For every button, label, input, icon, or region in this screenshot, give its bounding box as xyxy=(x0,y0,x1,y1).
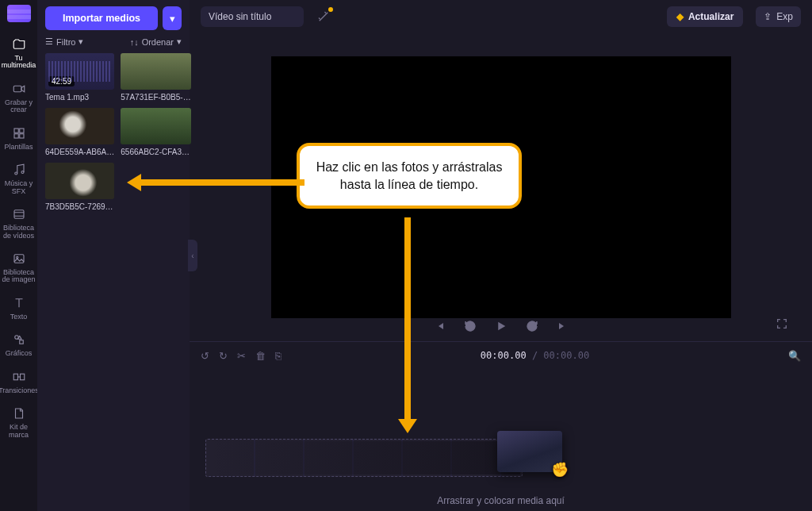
media-panel: Importar medios ▾ ☰ Filtro ▾ ↑↓ Ordenar … xyxy=(37,0,190,511)
magic-tools-button[interactable] xyxy=(316,10,331,24)
media-name: 64DE559A-AB6A… xyxy=(45,148,114,156)
shapes-icon xyxy=(11,332,27,348)
media-thumb xyxy=(45,163,114,199)
rail-text[interactable]: Texto xyxy=(0,292,37,324)
rail-graphics[interactable]: Gráficos xyxy=(0,328,37,360)
topbar: ◆ Actualizar ⇪ Exp xyxy=(190,0,812,33)
rail-label: Grabar y crear xyxy=(0,99,37,114)
redo-button[interactable]: ↻ xyxy=(219,350,228,362)
time-duration: 00:00.00 xyxy=(543,350,589,361)
rail-label: Plantillas xyxy=(4,144,33,151)
grid-icon xyxy=(11,125,27,141)
media-name: Tema 1.mp3 xyxy=(45,93,114,102)
import-media-button[interactable]: Importar medios xyxy=(45,6,158,30)
callout-arrow-down-icon xyxy=(398,217,417,433)
sort-label: Ordenar xyxy=(142,37,174,47)
media-name: 57A731EF-B0B5-… xyxy=(121,93,190,102)
svg-point-5 xyxy=(14,172,17,175)
rail-record[interactable]: Grabar y crear xyxy=(0,78,37,117)
time-current: 00:00.00 xyxy=(481,350,527,361)
svg-point-6 xyxy=(21,171,24,174)
rewind-button[interactable] xyxy=(464,320,477,336)
delete-button[interactable]: 🗑 xyxy=(255,350,266,362)
transition-icon xyxy=(11,369,27,385)
time-separator: / xyxy=(532,350,543,361)
svg-rect-8 xyxy=(14,255,24,263)
sort-button[interactable]: ↑↓ Ordenar ▾ xyxy=(130,36,182,47)
film-icon xyxy=(11,206,27,222)
project-title-input[interactable] xyxy=(201,6,304,27)
skip-end-button[interactable] xyxy=(556,320,569,336)
filter-label: Filtro xyxy=(56,37,75,47)
folder-icon xyxy=(11,36,27,52)
filter-icon: ☰ xyxy=(45,36,53,47)
import-media-dropdown[interactable]: ▾ xyxy=(163,6,182,30)
rail-label: Gráficos xyxy=(6,350,33,357)
svg-rect-4 xyxy=(19,134,23,138)
rail-label: Música y SFX xyxy=(0,180,37,195)
export-button[interactable]: ⇪ Exp xyxy=(756,6,801,27)
svg-rect-11 xyxy=(19,340,23,344)
left-rail: Tu multimedia Grabar y crear Plantillas … xyxy=(0,0,37,511)
skip-start-button[interactable] xyxy=(434,320,446,336)
timeline-drop-hint: Arrastrar y colocar media aquí xyxy=(437,495,565,506)
media-name: 7B3D5B5C-7269… xyxy=(45,202,114,211)
media-item[interactable]: 64DE559A-AB6A… xyxy=(45,108,114,156)
rail-label: Biblioteca de imagen xyxy=(0,269,37,284)
svg-rect-2 xyxy=(19,129,23,133)
rail-media[interactable]: Tu multimedia xyxy=(0,33,37,73)
export-label: Exp xyxy=(776,11,793,22)
timeline-body[interactable]: ✊ Arrastrar y colocar media aquí xyxy=(190,369,812,511)
chevron-down-icon: ▾ xyxy=(170,13,175,25)
zoom-button[interactable]: 🔍 xyxy=(788,350,801,362)
sort-icon: ↑↓ xyxy=(130,37,139,47)
app-logo xyxy=(7,5,31,22)
rail-label: Kit de marca xyxy=(0,424,37,439)
editor-main: ◆ Actualizar ⇪ Exp ↺ xyxy=(190,0,812,511)
rail-stock-video[interactable]: Biblioteca de vídeos xyxy=(0,203,37,243)
split-button[interactable]: ⎘ xyxy=(275,350,282,362)
rail-label: Transiciones xyxy=(0,387,39,394)
notification-dot-icon xyxy=(328,7,333,12)
rail-label: Tu multimedia xyxy=(0,55,37,70)
callout-arrow-left-icon xyxy=(127,174,304,191)
play-button[interactable] xyxy=(494,319,508,336)
rail-transitions[interactable]: Transiciones xyxy=(0,366,37,398)
player-controls xyxy=(271,319,731,336)
rail-stock-image[interactable]: Biblioteca de imagen xyxy=(0,248,37,287)
brand-icon xyxy=(11,405,27,421)
music-icon xyxy=(11,162,27,178)
tutorial-callout: Haz clic en las fotos y arrástralas hast… xyxy=(297,143,522,209)
callout-text: Haz clic en las fotos y arrástralas hast… xyxy=(297,143,522,209)
time-display: 00:00.00 / 00:00.00 xyxy=(291,350,779,361)
svg-rect-3 xyxy=(14,134,18,138)
grab-cursor-icon: ✊ xyxy=(551,461,569,478)
fullscreen-button[interactable] xyxy=(776,317,788,333)
upload-icon: ⇪ xyxy=(764,11,772,22)
image-icon xyxy=(11,251,27,267)
media-item[interactable]: 42:59 Tema 1.mp3 xyxy=(45,53,114,102)
timeline-toolbar: ↺ ↻ ✂ 🗑 ⎘ 00:00.00 / 00:00.00 🔍 xyxy=(190,342,812,369)
forward-button[interactable] xyxy=(526,320,538,336)
upgrade-label: Actualizar xyxy=(688,11,733,22)
rail-music[interactable]: Música y SFX xyxy=(0,159,37,198)
svg-rect-1 xyxy=(14,129,18,133)
rail-label: Biblioteca de vídeos xyxy=(0,225,37,240)
undo-button[interactable]: ↺ xyxy=(201,350,209,362)
camera-icon xyxy=(11,81,27,97)
media-item[interactable]: 6566ABC2-CFA3… xyxy=(121,108,190,156)
svg-rect-0 xyxy=(13,86,21,92)
media-thumb xyxy=(45,108,114,144)
svg-rect-7 xyxy=(14,210,24,219)
rail-templates[interactable]: Plantillas xyxy=(0,122,37,154)
upgrade-button[interactable]: ◆ Actualizar xyxy=(667,6,743,27)
cut-button[interactable]: ✂ xyxy=(237,350,246,362)
media-thumb: 42:59 xyxy=(45,53,114,90)
media-name: 6566ABC2-CFA3… xyxy=(121,148,190,156)
rail-brandkit[interactable]: Kit de marca xyxy=(0,402,37,442)
media-item[interactable]: 7B3D5B5C-7269… xyxy=(45,163,114,211)
media-item[interactable]: 57A731EF-B0B5-… xyxy=(121,53,190,102)
timeline-drop-ghost xyxy=(205,439,523,477)
filter-button[interactable]: ☰ Filtro ▾ xyxy=(45,36,83,47)
media-duration: 42:59 xyxy=(48,76,75,86)
